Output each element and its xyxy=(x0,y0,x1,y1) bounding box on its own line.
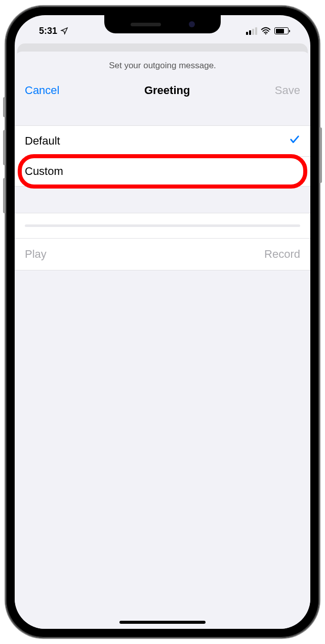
cancel-button[interactable]: Cancel xyxy=(25,84,59,97)
svg-point-0 xyxy=(265,33,267,35)
record-button[interactable]: Record xyxy=(264,248,300,261)
screen: 5:31 xyxy=(15,15,310,629)
phone-frame: 5:31 xyxy=(6,6,319,638)
side-buttons-left xyxy=(3,97,6,226)
nav-bar: Cancel Greeting Save xyxy=(15,75,310,110)
option-custom[interactable]: Custom xyxy=(15,157,310,186)
status-left: 5:31 xyxy=(30,26,68,36)
greeting-sheet: Set your outgoing message. Cancel Greeti… xyxy=(15,52,310,629)
playback-progress-track[interactable] xyxy=(25,224,300,227)
option-default[interactable]: Default xyxy=(15,126,310,156)
home-indicator[interactable] xyxy=(119,621,206,624)
mute-switch xyxy=(3,97,6,117)
battery-icon xyxy=(274,27,290,34)
cellular-signal-icon xyxy=(246,27,257,35)
volume-down-button xyxy=(3,178,6,213)
play-button[interactable]: Play xyxy=(25,248,47,261)
front-camera xyxy=(189,21,195,27)
sheet-subtitle: Set your outgoing message. xyxy=(15,52,310,75)
status-time: 5:31 xyxy=(39,26,57,36)
notch xyxy=(104,15,221,33)
checkmark-icon xyxy=(289,134,300,148)
power-button xyxy=(319,127,322,183)
speaker-grille xyxy=(131,23,161,26)
status-right xyxy=(246,27,295,35)
side-buttons-right xyxy=(319,127,322,183)
save-button[interactable]: Save xyxy=(275,84,300,97)
option-custom-label: Custom xyxy=(25,165,63,178)
greeting-options-list: Default Custom xyxy=(15,125,310,187)
location-services-icon xyxy=(60,27,68,35)
playback-actions: Play Record xyxy=(15,238,310,270)
playback-progress-row xyxy=(15,213,310,238)
option-default-label: Default xyxy=(25,134,60,148)
wifi-icon xyxy=(261,27,271,35)
volume-up-button xyxy=(3,130,6,165)
playback-section: Play Record xyxy=(15,213,310,270)
sheet-title: Greeting xyxy=(144,84,190,97)
